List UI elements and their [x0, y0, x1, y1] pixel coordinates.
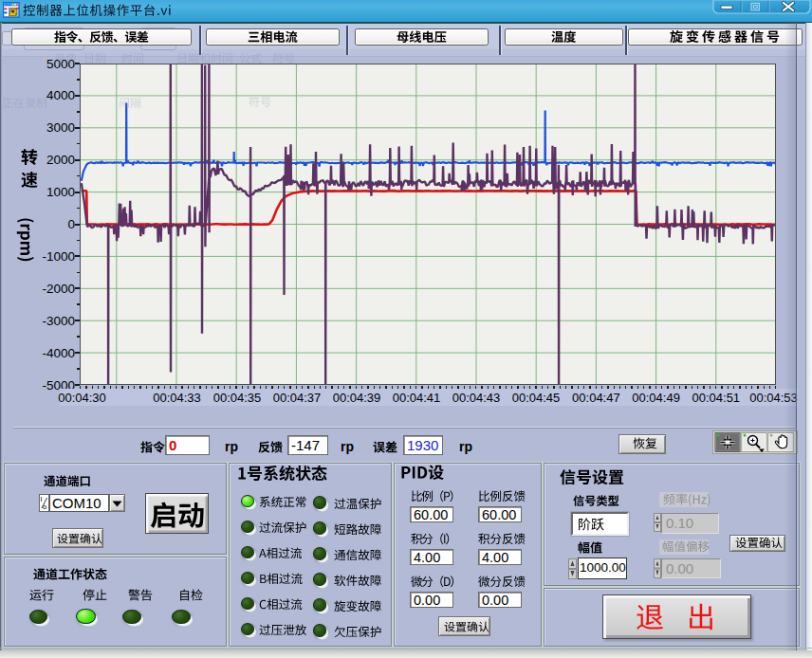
svg-text:o: o — [43, 503, 46, 511]
